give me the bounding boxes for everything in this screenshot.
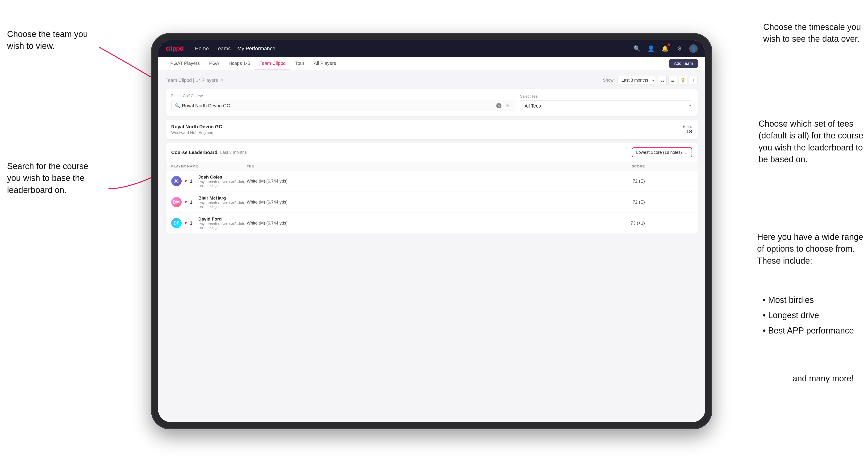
search-row: Find a Golf Course 🔍 ✕ ★ Select Tee All … bbox=[171, 94, 692, 111]
download-button[interactable]: ↓ bbox=[689, 76, 698, 85]
subnav-team-clippd[interactable]: Team Clippd bbox=[255, 57, 290, 70]
add-team-button[interactable]: Add Team bbox=[669, 59, 698, 68]
tee-select[interactable]: All Tees bbox=[520, 100, 692, 111]
rank-number: 1 bbox=[190, 179, 195, 184]
col-player: PLAYER NAME bbox=[171, 164, 247, 168]
logo: clippd bbox=[165, 45, 184, 52]
table-header: PLAYER NAME TEE SCORE bbox=[165, 162, 698, 171]
leaderboard-subtitle: Last 3 months bbox=[220, 150, 247, 155]
table-row: JC ♥ 1 Josh Coles Royal North Devon Golf… bbox=[165, 171, 698, 192]
subnav-pga[interactable]: PGA bbox=[205, 57, 224, 70]
course-location: Westward Ho!, England bbox=[171, 130, 683, 135]
annotation-middle-right: Choose which set of tees(default is all)… bbox=[758, 118, 863, 165]
leaderboard-title: Course Leaderboard, bbox=[171, 150, 219, 155]
player-club: Royal North Devon Golf Club, United King… bbox=[198, 222, 247, 230]
course-result: Royal North Devon GC Westward Ho!, Engla… bbox=[165, 120, 698, 139]
list-view-button[interactable]: ☰ bbox=[669, 76, 677, 85]
player-cell: JC ♥ 1 Josh Coles Royal North Devon Golf… bbox=[171, 175, 247, 188]
leaderboard-card: Course Leaderboard, Last 3 months Lowest… bbox=[165, 143, 698, 234]
player-cell: DF ♥ 3 David Ford Royal North Devon Golf… bbox=[171, 217, 247, 230]
team-title: Team Clippd | 14 Players bbox=[165, 77, 218, 83]
tee-select-group: Select Tee All Tees bbox=[520, 94, 692, 111]
search-card: Find a Golf Course 🔍 ✕ ★ Select Tee All … bbox=[165, 89, 698, 116]
nav-home[interactable]: Home bbox=[195, 44, 209, 53]
holes-label: Holes bbox=[683, 125, 692, 129]
score-type-dropdown[interactable]: Lowest Score (18 holes) ⌄ bbox=[632, 148, 692, 157]
search-icon[interactable]: 🔍 bbox=[632, 44, 641, 53]
top-navigation: clippd Home Teams My Performance 🔍 👤 🔔 ⚙… bbox=[158, 40, 705, 57]
show-control: Show: Last 3 months ☷ ☰ 🏆 ↓ bbox=[603, 76, 698, 85]
timescale-select[interactable]: Last 3 months bbox=[618, 76, 655, 85]
main-content: Team Clippd | 14 Players ✎ Show: Last 3 … bbox=[158, 70, 705, 239]
annotation-middle-left: Search for the courseyou wish to base th… bbox=[7, 160, 88, 196]
subnav-hcaps[interactable]: Hcaps 1-5 bbox=[224, 57, 255, 70]
clear-search-button[interactable]: ✕ bbox=[496, 103, 501, 108]
edit-icon[interactable]: ✎ bbox=[220, 77, 224, 83]
player-score: 72 (E) bbox=[579, 199, 645, 205]
course-search-input-wrap: 🔍 ✕ ★ bbox=[171, 100, 516, 111]
tablet-screen: clippd Home Teams My Performance 🔍 👤 🔔 ⚙… bbox=[158, 40, 705, 422]
grid-view-button[interactable]: ☷ bbox=[658, 76, 666, 85]
course-name: Royal North Devon GC bbox=[171, 124, 683, 129]
subnav-pgat[interactable]: PGAT Players bbox=[165, 57, 205, 70]
show-label: Show: bbox=[603, 78, 615, 83]
course-search-group: Find a Golf Course 🔍 ✕ ★ bbox=[171, 94, 516, 111]
player-avatar: BM bbox=[171, 197, 182, 207]
col-tee: TEE bbox=[247, 164, 579, 168]
player-name: David Ford bbox=[198, 217, 247, 222]
notification-icon[interactable]: 🔔 bbox=[661, 44, 670, 53]
bullet-item: Longest drive bbox=[758, 308, 854, 323]
nav-links: Home Teams My Performance bbox=[195, 44, 625, 53]
player-tee: White (M) (6,744 yds) bbox=[247, 221, 579, 226]
player-tee: White (M) (6,744 yds) bbox=[247, 200, 579, 205]
bullet-item: Most birdies bbox=[758, 292, 854, 308]
player-avatar: JC bbox=[171, 176, 182, 186]
rank-number: 1 bbox=[190, 199, 195, 205]
trophy-view-button[interactable]: 🏆 bbox=[679, 76, 687, 85]
search-icon-small: 🔍 bbox=[175, 103, 180, 108]
nav-teams[interactable]: Teams bbox=[215, 44, 231, 53]
annotation-bottom-right: Here you have a wide rangeof options to … bbox=[757, 231, 863, 267]
score-type-label: Lowest Score (18 holes) bbox=[636, 150, 682, 155]
heart-icon[interactable]: ♥ bbox=[184, 221, 187, 226]
course-search-label: Find a Golf Course bbox=[171, 94, 516, 98]
player-name: Josh Coles bbox=[198, 175, 247, 180]
course-search-input[interactable] bbox=[182, 103, 494, 108]
nav-right-icons: 🔍 👤 🔔 ⚙ 👤 bbox=[632, 44, 698, 53]
player-info: David Ford Royal North Devon Golf Club, … bbox=[198, 217, 247, 230]
options-bullet-list: Most birdies Longest drive Best APP perf… bbox=[758, 292, 854, 338]
player-info: Josh Coles Royal North Devon Golf Club, … bbox=[198, 175, 247, 188]
sub-navigation: PGAT Players PGA Hcaps 1-5 Team Clippd T… bbox=[158, 57, 705, 70]
col-score: SCORE bbox=[579, 164, 645, 168]
bullet-item: Best APP performance bbox=[758, 323, 854, 338]
annotation-and-more: and many more! bbox=[793, 373, 854, 384]
profile-icon[interactable]: 👤 bbox=[647, 44, 655, 53]
tablet-shell: clippd Home Teams My Performance 🔍 👤 🔔 ⚙… bbox=[151, 33, 712, 429]
player-club: Royal North Devon Golf Club, United King… bbox=[198, 180, 247, 188]
player-tee: White (M) (6,744 yds) bbox=[247, 179, 579, 184]
subnav-all-players[interactable]: All Players bbox=[309, 57, 341, 70]
holes-number: 18 bbox=[683, 129, 692, 135]
chevron-down-icon: ⌄ bbox=[684, 150, 688, 155]
annotation-top-right: Choose the timescale youwish to see the … bbox=[763, 21, 861, 45]
course-holes: Holes 18 bbox=[683, 125, 692, 135]
settings-icon[interactable]: ⚙ bbox=[675, 44, 684, 53]
heart-icon[interactable]: ♥ bbox=[184, 200, 187, 205]
view-icons: ☷ ☰ 🏆 ↓ bbox=[658, 76, 698, 85]
table-row: DF ♥ 3 David Ford Royal North Devon Golf… bbox=[165, 213, 698, 234]
player-cell: BM ♥ 1 Blair McHarg Royal North Devon Go… bbox=[171, 195, 247, 209]
favorite-button[interactable]: ★ bbox=[503, 102, 512, 109]
user-avatar[interactable]: 👤 bbox=[689, 44, 698, 53]
table-row: BM ♥ 1 Blair McHarg Royal North Devon Go… bbox=[165, 192, 698, 213]
rank-number: 3 bbox=[190, 220, 195, 226]
annotation-top-left: Choose the team you wish to view. bbox=[7, 28, 101, 52]
nav-my-performance[interactable]: My Performance bbox=[237, 44, 275, 53]
tee-select-label: Select Tee bbox=[520, 94, 692, 99]
col-empty bbox=[645, 164, 692, 168]
player-avatar: DF bbox=[171, 218, 182, 228]
course-info: Royal North Devon GC Westward Ho!, Engla… bbox=[171, 124, 683, 135]
leaderboard-header: Course Leaderboard, Last 3 months Lowest… bbox=[165, 143, 698, 162]
subnav-tour[interactable]: Tour bbox=[290, 57, 309, 70]
heart-icon[interactable]: ♥ bbox=[184, 179, 187, 184]
player-info: Blair McHarg Royal North Devon Golf Club… bbox=[198, 195, 247, 209]
